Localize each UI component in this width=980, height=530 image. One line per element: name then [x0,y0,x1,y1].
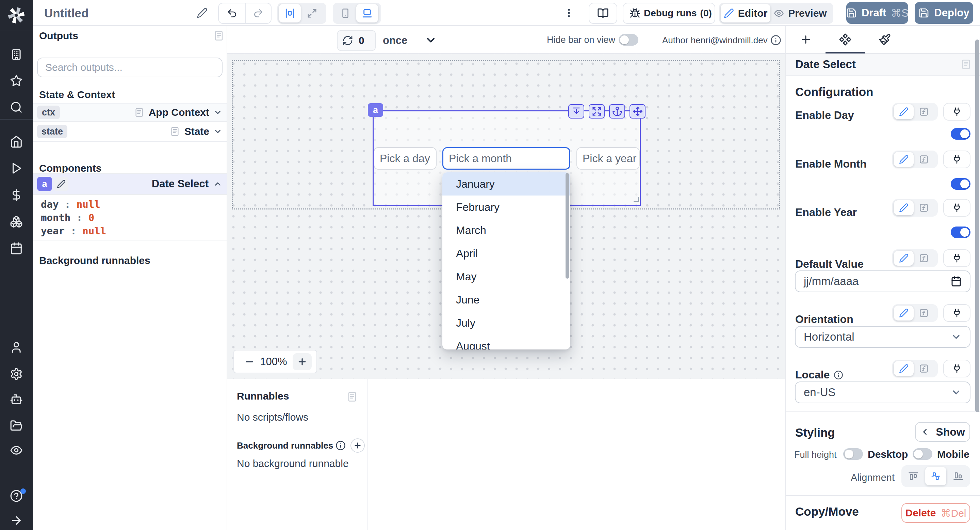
resize-handle[interactable] [633,197,639,202]
centered-layout-button[interactable] [279,4,301,22]
edit-title-pencil-icon[interactable] [197,8,208,18]
function-mode-icon[interactable] [914,364,934,373]
static-edit-pencil-icon[interactable] [894,200,914,215]
settings-gear-icon[interactable] [0,367,33,381]
selection-id-tag[interactable]: a [368,103,383,117]
resources-boxes-icon[interactable] [0,215,33,228]
dropdown-option[interactable]: July [442,311,570,334]
calendar-icon[interactable] [951,276,962,287]
outputs-doc-icon[interactable] [214,31,224,41]
ctx-doc-icon[interactable] [134,108,144,117]
connect-plug-button[interactable] [943,103,970,121]
connect-plug-button[interactable] [943,249,970,267]
info-icon[interactable] [834,370,843,380]
debug-runs-button[interactable]: Debug runs (0) [623,3,715,24]
desktop-view-button[interactable] [356,4,378,22]
deploy-button[interactable]: Deploy [915,2,973,24]
app-canvas[interactable]: a Pick a day Pick a month Pick a year Ja… [227,54,785,379]
day-select-input[interactable]: Pick a day [374,147,437,170]
chevron-down-icon[interactable] [213,108,222,117]
full-height-toggle[interactable] [843,448,863,460]
static-edit-pencil-icon[interactable] [894,152,914,167]
function-mode-icon[interactable] [914,107,934,117]
enable-month-toggle[interactable] [951,178,970,190]
dropdown-scrollbar[interactable] [566,173,569,279]
dropdown-option[interactable]: February [442,196,570,219]
expand-button[interactable] [589,104,605,118]
enable-year-toggle[interactable] [951,227,970,238]
static-edit-pencil-icon[interactable] [894,361,914,376]
preview-tab[interactable]: Preview [770,8,830,19]
zoom-out-button[interactable] [244,357,255,367]
locale-select[interactable]: en-US [795,382,970,403]
eye-icon[interactable] [0,444,33,457]
runs-play-icon[interactable] [0,161,33,175]
connect-plug-button[interactable] [943,150,970,168]
favorites-star-icon[interactable] [0,74,33,88]
align-bottom-button[interactable] [948,471,969,481]
connect-plug-button[interactable] [943,360,970,377]
undo-button[interactable] [219,8,245,19]
zoom-in-button[interactable] [293,353,312,370]
fullscreen-layout-button[interactable] [301,8,323,18]
align-center-button[interactable] [925,467,946,485]
draft-button[interactable]: Draft ⌘S [846,2,908,24]
ctx-row[interactable]: ctx App Context [33,103,227,122]
hide-bar-toggle[interactable] [619,34,638,46]
function-mode-icon[interactable] [914,308,934,318]
more-options-kebab-icon[interactable] [563,8,574,20]
connect-plug-button[interactable] [943,199,970,217]
redo-button[interactable] [245,3,271,23]
static-edit-pencil-icon[interactable] [894,305,914,321]
info-icon[interactable] [336,441,346,451]
default-value-date-input[interactable]: jj/mm/aaaa [795,270,970,292]
rename-pencil-icon[interactable] [54,177,68,191]
folders-icon[interactable] [0,419,33,433]
home-icon[interactable] [0,135,33,148]
tab-insert-component[interactable] [786,26,826,53]
dropdown-option[interactable]: May [442,265,570,288]
dropdown-option[interactable]: March [442,219,570,242]
function-mode-icon[interactable] [914,155,934,164]
orientation-select[interactable]: Horizontal [795,326,970,348]
chevron-down-icon[interactable] [425,34,437,46]
static-edit-pencil-icon[interactable] [894,104,914,119]
component-doc-icon[interactable] [961,59,971,69]
tab-component-settings[interactable] [826,26,865,53]
chevron-up-icon[interactable] [213,179,222,188]
month-select-input[interactable]: Pick a month [442,147,570,170]
function-mode-icon[interactable] [914,203,934,212]
variables-dollar-icon[interactable] [0,188,33,202]
workers-bot-icon[interactable] [0,393,33,406]
delete-component-button[interactable]: Delete ⌘Del [901,503,970,523]
static-edit-pencil-icon[interactable] [894,251,914,266]
dropdown-option[interactable]: April [442,242,570,265]
dropdown-option[interactable]: August [442,334,570,350]
runnables-doc-icon[interactable] [347,392,357,402]
help-icon[interactable] [0,489,33,503]
state-doc-icon[interactable] [170,127,180,136]
add-background-runnable-button[interactable] [350,438,365,453]
workspace-icon[interactable] [0,48,33,61]
refresh-mode-label[interactable]: once [383,34,407,47]
search-outputs-input[interactable] [37,57,223,77]
search-icon[interactable] [0,101,33,114]
desktop-mobile-toggle[interactable] [913,448,932,460]
align-top-button[interactable] [903,471,924,481]
collapse-arrow-icon[interactable] [0,514,33,527]
expand-down-button[interactable] [568,104,584,118]
function-mode-icon[interactable] [914,254,934,263]
dropdown-option[interactable]: June [442,288,570,311]
move-button[interactable] [630,104,646,118]
styling-show-button[interactable]: Show [915,422,970,442]
schedules-calendar-icon[interactable] [0,241,33,255]
dropdown-option[interactable]: January [442,172,570,196]
info-icon[interactable] [770,35,781,46]
panel-scrollbar[interactable] [975,40,979,412]
state-row[interactable]: state State [33,122,227,142]
anchor-button[interactable] [609,104,625,118]
user-icon[interactable] [0,341,33,354]
connect-plug-button[interactable] [943,304,970,322]
editor-tab[interactable]: Editor [721,4,770,22]
docs-book-button[interactable] [589,3,617,24]
